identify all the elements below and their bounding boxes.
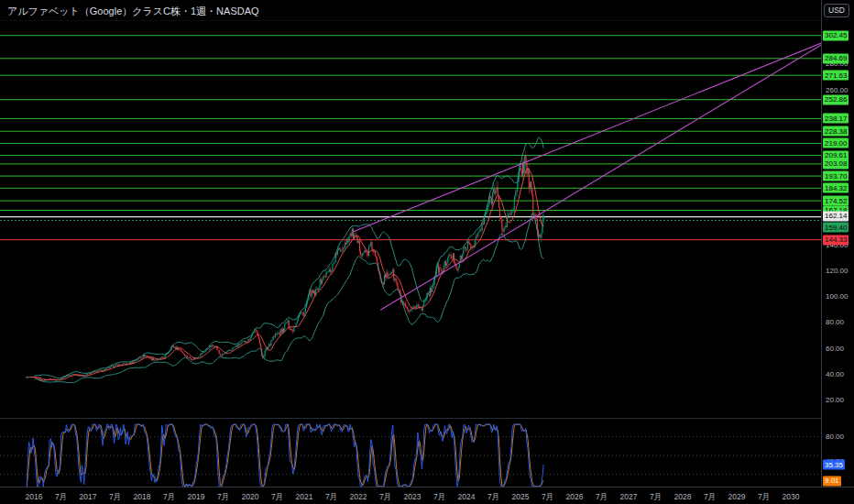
price-axis-tick: 20.00 [826,397,844,404]
stoch-axis-tick: 80.00 [826,433,844,441]
stoch-d-value-label: 9.01 [823,476,841,486]
time-axis-year-label: 2026 [566,492,584,501]
trendline[interactable] [353,39,830,232]
time-axis-july-label: 7月 [758,492,770,503]
price-level-label[interactable]: 252.86 [823,94,849,104]
time-axis-year-label: 2028 [674,492,692,501]
time-axis-july-label: 7月 [163,492,175,503]
time-axis-year-label: 2020 [242,492,259,501]
candle-bodies-up [26,156,543,381]
stop-level-label[interactable]: 144.33 [823,235,849,245]
candle-wicks-up [26,155,543,381]
time-axis-year-label: 2023 [404,492,422,501]
time-axis-july-label: 7月 [325,492,337,503]
price-level-label[interactable]: 174.52 [823,196,849,206]
time-axis-july-label: 7月 [487,492,499,503]
candle-wicks-down [27,150,541,381]
price-axis-tick: 120.00 [826,268,848,275]
time-axis[interactable]: 20167月20177月20187月20197月20207月20217月2022… [0,488,854,504]
time-axis-year-label: 2024 [458,492,476,501]
price-axis-tick: 100.00 [826,293,848,301]
price-level-label[interactable]: 193.70 [823,171,849,181]
time-axis-year-label: 2016 [26,492,43,501]
time-axis-year-label: 2018 [134,492,151,501]
price-level-label[interactable]: 184.32 [823,183,849,193]
time-axis-july-label: 7月 [379,492,391,503]
price-axis-tick: 60.00 [826,345,844,353]
price-level-label[interactable]: 203.08 [823,159,849,169]
time-axis-july-label: 7月 [109,492,121,503]
time-axis-year-label: 2017 [80,492,97,501]
avg-price-label[interactable]: 162.14 [823,211,849,221]
candle-bodies-down [27,156,541,381]
time-axis-july-label: 7月 [542,492,553,503]
price-level-label[interactable]: 284.69 [823,53,849,63]
time-axis-july-label: 7月 [433,492,445,503]
bollinger-lower-band [34,214,543,383]
price-level-label[interactable]: 228.38 [823,126,849,137]
time-axis-year-label: 2030 [783,492,800,501]
price-axis[interactable]: 280.00260.00140.00120.00100.0080.0060.00… [822,0,854,488]
ma-line [30,169,544,380]
time-axis-july-label: 7月 [271,492,283,503]
price-level-label[interactable]: 219.00 [823,138,849,148]
price-axis-tick: 40.00 [826,371,844,378]
time-axis-year-label: 2022 [350,492,367,501]
price-level-label[interactable]: 271.63 [823,71,849,81]
time-axis-year-label: 2019 [188,492,205,501]
price-axis-tick: 260.00 [826,87,848,94]
price-level-label[interactable]: 302.45 [823,30,849,40]
time-axis-july-label: 7月 [650,492,662,503]
chart-canvas[interactable] [0,0,854,504]
time-axis-year-label: 2027 [620,492,638,501]
time-axis-july-label: 7月 [704,492,716,503]
tradingview-chart-window: アルファベット（Google）クラスC株・1週・NASDAQ USD 280.0… [0,0,854,504]
trendline[interactable] [380,39,830,310]
time-axis-year-label: 2029 [728,492,746,501]
time-axis-july-label: 7月 [55,492,67,503]
stoch-k-value-label: 35.35 [823,460,845,470]
time-axis-july-label: 7月 [596,492,608,503]
chart-header: アルファベット（Google）クラスC株・1週・NASDAQ [0,0,821,21]
symbol-title[interactable]: アルファベット（Google）クラスC株・1週・NASDAQ [7,5,259,18]
price-axis-tick: 80.00 [826,319,844,326]
time-axis-july-label: 7月 [217,492,229,503]
price-level-label[interactable]: 238.17 [823,114,849,124]
time-axis-year-label: 2025 [512,492,530,501]
last-price-label: 159.40 [823,223,849,233]
time-axis-year-label: 2021 [296,492,313,501]
